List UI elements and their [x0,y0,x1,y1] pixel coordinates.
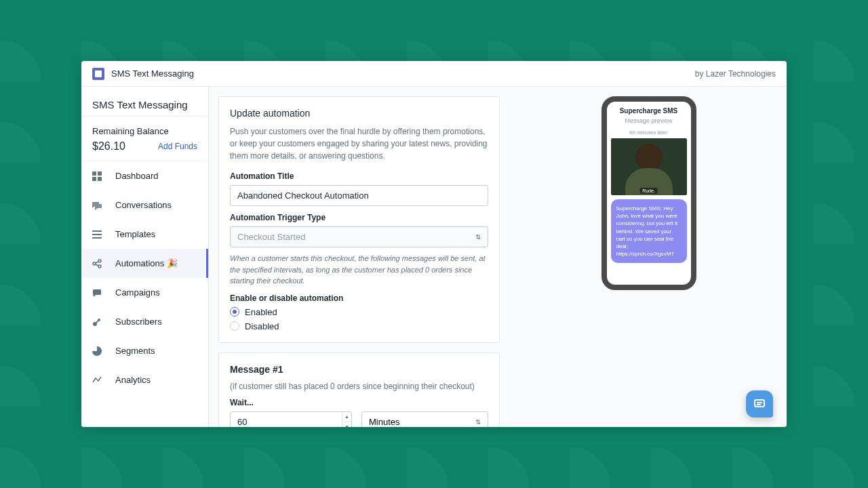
sidebar-item-campaigns[interactable]: Campaigns [81,278,208,307]
trigger-type-select[interactable]: Checkout Started ⇅ [230,226,488,247]
sidebar-item-label: Campaigns [115,287,160,298]
sidebar-item-dashboard[interactable]: Dashboard [81,161,208,190]
balance-amount: $26.10 [92,140,125,152]
svg-rect-0 [92,171,96,176]
app-window: SMS Text Messaging by Lazer Technologies… [81,61,787,427]
phone-preview: Supercharge SMS Message preview 60 minut… [601,96,696,290]
message-subtext: (if customer still has placed 0 orders s… [230,382,488,391]
svg-point-9 [98,265,101,268]
app-logo-icon [92,68,104,80]
message-1-card: Message #1 (if customer still has placed… [218,352,500,428]
sidebar-item-label: Dashboard [115,171,159,181]
templates-icon [92,230,102,239]
sidebar: SMS Text Messaging Remaining Balance $26… [81,87,209,427]
radio-label: Disabled [245,321,279,331]
pie-chart-icon [92,346,102,356]
wait-label: Wait... [230,398,488,407]
preview-sub: Message preview [607,117,691,127]
sidebar-item-label: Templates [115,229,155,239]
form-column: Update automation Push your customers ov… [218,96,500,418]
sidebar-item-label: Subscribers [115,317,162,327]
preview-timer: 60 minutes later [607,127,691,138]
vendor-text: by Lazer Technologies [695,69,776,79]
radio-icon [230,307,239,317]
update-automation-card: Update automation Push your customers ov… [218,96,500,343]
trigger-help-text: When a customer starts this checkout, th… [230,253,488,287]
wait-number-wrap: ▲ ▼ [230,411,352,428]
analytics-icon [92,375,102,385]
svg-rect-3 [98,177,102,181]
svg-line-10 [96,262,98,263]
sidebar-item-label: Analytics [115,375,151,385]
radio-icon [230,321,239,331]
preview-img-caption: Rude. [639,188,658,194]
svg-point-7 [98,260,101,262]
sidebar-header: SMS Text Messaging [81,87,208,117]
svg-rect-12 [93,289,101,295]
chevron-updown-icon: ⇅ [475,233,481,241]
dashboard-icon [92,171,102,181]
trigger-value: Checkout Started [237,232,305,242]
spinner-down[interactable]: ▼ [342,422,351,428]
top-bar-left: SMS Text Messaging [92,68,194,80]
message-icon [92,288,102,298]
sidebar-item-templates[interactable]: Templates [81,220,208,249]
trigger-label: Automation Trigger Type [230,213,488,222]
preview-title: Supercharge SMS [607,102,691,117]
sidebar-item-automations[interactable]: Automations 🎉 [81,249,208,278]
main-content: Update automation Push your customers ov… [209,87,787,427]
svg-line-15 [96,321,98,323]
svg-rect-2 [92,177,96,181]
svg-rect-5 [92,234,102,235]
sidebar-item-label: Automations 🎉 [115,258,178,268]
sidebar-item-analytics[interactable]: Analytics [81,365,208,394]
radio-enabled[interactable]: Enabled [230,307,488,317]
svg-point-8 [93,262,96,265]
radio-disabled[interactable]: Disabled [230,321,488,331]
svg-rect-1 [98,171,102,176]
sidebar-item-conversations[interactable]: Conversations [81,190,208,220]
wait-unit-value: Minutes [369,417,400,427]
preview-column: Supercharge SMS Message preview 60 minut… [520,96,777,418]
card-title: Update automation [230,108,488,119]
wait-unit-select[interactable]: Minutes ⇅ [361,411,488,428]
sidebar-item-label: Segments [115,346,155,356]
chat-icon [753,397,766,411]
svg-rect-4 [92,230,102,232]
svg-line-11 [96,264,98,266]
sidebar-item-label: Conversations [115,200,172,210]
spinner-up[interactable]: ▲ [342,412,351,422]
body: SMS Text Messaging Remaining Balance $26… [81,87,787,427]
message-heading: Message #1 [230,364,488,375]
automation-title-input[interactable] [230,185,488,206]
title-label: Automation Title [230,171,488,181]
sidebar-item-segments[interactable]: Segments [81,336,208,365]
card-description: Push your customers over the final hurdl… [230,125,488,162]
balance-block: Remaining Balance $26.10 Add Funds [81,117,208,161]
chat-fab[interactable] [746,390,773,418]
subscribers-icon [92,317,102,327]
chevron-updown-icon: ⇅ [475,418,481,426]
balance-label: Remaining Balance [92,126,197,136]
sidebar-item-subscribers[interactable]: Subscribers [81,307,208,336]
preview-image: Rude. [611,138,687,195]
top-bar: SMS Text Messaging by Lazer Technologies [81,61,787,87]
app-name: SMS Text Messaging [111,68,194,79]
wait-value-input[interactable] [230,411,352,428]
sidebar-title: SMS Text Messaging [92,99,197,110]
chat-icon [92,201,102,210]
share-icon [92,259,102,268]
preview-message-bubble: Supercharge SMS: Hey John, love what you… [611,199,687,263]
svg-rect-6 [92,237,102,239]
enable-label: Enable or disable automation [230,293,488,303]
nav-list: Dashboard Conversations Templates Automa… [81,161,208,394]
add-funds-link[interactable]: Add Funds [158,142,197,151]
radio-label: Enabled [245,307,277,317]
number-spinner: ▲ ▼ [342,412,351,428]
